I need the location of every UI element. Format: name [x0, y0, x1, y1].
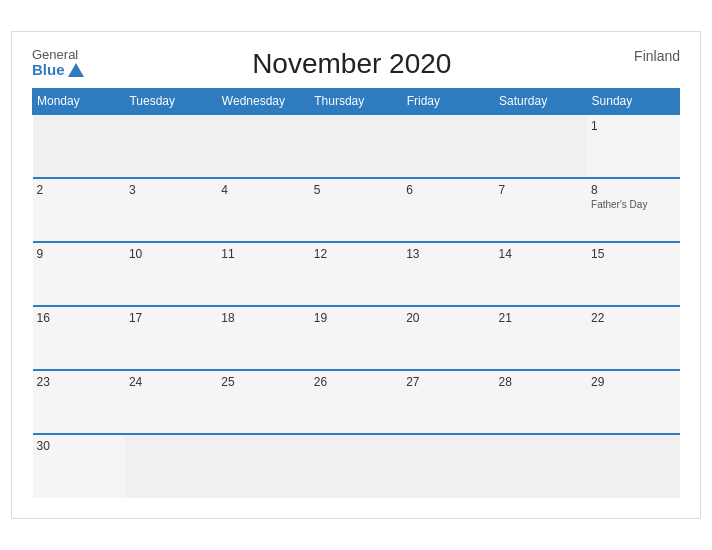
week-row-4: 16171819202122: [33, 306, 680, 370]
col-header-sunday: Sunday: [587, 89, 679, 115]
day-cell: 12: [310, 242, 402, 306]
day-cell: 15: [587, 242, 679, 306]
day-number: 7: [499, 183, 583, 197]
day-cell: 1: [587, 114, 679, 178]
calendar-header: General Blue November 2020 Finland: [32, 48, 680, 80]
day-number: 29: [591, 375, 675, 389]
day-cell: [402, 114, 494, 178]
day-number: 6: [406, 183, 490, 197]
day-cell: 11: [217, 242, 309, 306]
day-cell: [402, 434, 494, 498]
day-cell: 14: [495, 242, 587, 306]
day-cell: 5: [310, 178, 402, 242]
day-cell: 10: [125, 242, 217, 306]
day-cell: 20: [402, 306, 494, 370]
country-label: Finland: [620, 48, 680, 64]
day-cell: 2: [33, 178, 125, 242]
day-number: 17: [129, 311, 213, 325]
day-event: Father's Day: [591, 199, 675, 210]
day-cell: [587, 434, 679, 498]
header-row: MondayTuesdayWednesdayThursdayFridaySatu…: [33, 89, 680, 115]
col-header-saturday: Saturday: [495, 89, 587, 115]
calendar-tbody: 12345678Father's Day91011121314151617181…: [33, 114, 680, 498]
week-row-6: 30: [33, 434, 680, 498]
day-number: 27: [406, 375, 490, 389]
day-cell: 26: [310, 370, 402, 434]
day-number: 9: [37, 247, 121, 261]
calendar-table: MondayTuesdayWednesdayThursdayFridaySatu…: [32, 88, 680, 498]
day-cell: 30: [33, 434, 125, 498]
day-cell: 29: [587, 370, 679, 434]
day-cell: 23: [33, 370, 125, 434]
day-number: 16: [37, 311, 121, 325]
day-cell: 4: [217, 178, 309, 242]
col-header-tuesday: Tuesday: [125, 89, 217, 115]
col-header-thursday: Thursday: [310, 89, 402, 115]
day-number: 3: [129, 183, 213, 197]
week-row-2: 2345678Father's Day: [33, 178, 680, 242]
week-row-1: 1: [33, 114, 680, 178]
day-cell: 24: [125, 370, 217, 434]
col-header-friday: Friday: [402, 89, 494, 115]
day-cell: 6: [402, 178, 494, 242]
day-number: 13: [406, 247, 490, 261]
day-number: 5: [314, 183, 398, 197]
day-cell: 18: [217, 306, 309, 370]
day-cell: [33, 114, 125, 178]
day-number: 18: [221, 311, 305, 325]
day-cell: 17: [125, 306, 217, 370]
day-number: 22: [591, 311, 675, 325]
day-cell: [125, 114, 217, 178]
day-cell: 13: [402, 242, 494, 306]
day-cell: 21: [495, 306, 587, 370]
day-number: 26: [314, 375, 398, 389]
day-cell: [495, 434, 587, 498]
day-cell: 8Father's Day: [587, 178, 679, 242]
day-cell: 25: [217, 370, 309, 434]
week-row-5: 23242526272829: [33, 370, 680, 434]
logo-general-text: General: [32, 48, 78, 62]
day-cell: [310, 434, 402, 498]
day-cell: [310, 114, 402, 178]
day-number: 21: [499, 311, 583, 325]
day-number: 10: [129, 247, 213, 261]
day-number: 8: [591, 183, 675, 197]
day-number: 11: [221, 247, 305, 261]
calendar-title: November 2020: [84, 48, 620, 80]
day-cell: 28: [495, 370, 587, 434]
logo-triangle-icon: [68, 63, 84, 77]
day-number: 28: [499, 375, 583, 389]
day-number: 1: [591, 119, 675, 133]
logo-blue-text: Blue: [32, 62, 84, 79]
day-number: 2: [37, 183, 121, 197]
day-number: 24: [129, 375, 213, 389]
day-cell: [217, 434, 309, 498]
day-number: 25: [221, 375, 305, 389]
day-number: 19: [314, 311, 398, 325]
day-cell: 27: [402, 370, 494, 434]
day-cell: [495, 114, 587, 178]
day-cell: 22: [587, 306, 679, 370]
calendar-thead: MondayTuesdayWednesdayThursdayFridaySatu…: [33, 89, 680, 115]
col-header-wednesday: Wednesday: [217, 89, 309, 115]
week-row-3: 9101112131415: [33, 242, 680, 306]
calendar-container: General Blue November 2020 Finland Monda…: [11, 31, 701, 519]
day-cell: [217, 114, 309, 178]
day-number: 15: [591, 247, 675, 261]
day-number: 23: [37, 375, 121, 389]
day-cell: 7: [495, 178, 587, 242]
day-number: 4: [221, 183, 305, 197]
day-cell: 16: [33, 306, 125, 370]
day-number: 14: [499, 247, 583, 261]
day-cell: 19: [310, 306, 402, 370]
day-cell: [125, 434, 217, 498]
day-number: 12: [314, 247, 398, 261]
logo: General Blue: [32, 48, 84, 79]
day-number: 30: [37, 439, 121, 453]
col-header-monday: Monday: [33, 89, 125, 115]
day-number: 20: [406, 311, 490, 325]
day-cell: 9: [33, 242, 125, 306]
day-cell: 3: [125, 178, 217, 242]
